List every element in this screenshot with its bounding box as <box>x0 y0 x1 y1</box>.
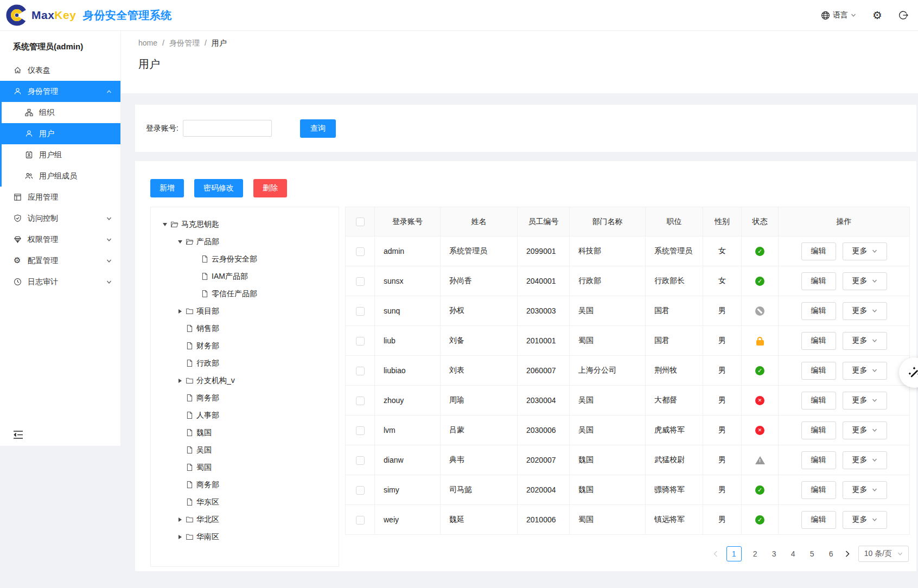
row-checkbox[interactable] <box>356 456 365 465</box>
caret-right-icon[interactable] <box>175 517 186 522</box>
tree-node[interactable]: 人事部 <box>153 407 336 424</box>
row-checkbox[interactable] <box>356 486 365 495</box>
previous-page-icon[interactable] <box>713 551 718 557</box>
sidebar-item-configuration[interactable]: ⚙配置管理 <box>0 250 120 271</box>
edit-button[interactable]: 编辑 <box>801 451 836 469</box>
sidebar-item-identity[interactable]: 身份管理 <box>0 81 120 102</box>
tree-node[interactable]: 吴国 <box>153 442 336 459</box>
add-button[interactable]: 新增 <box>150 179 184 197</box>
tree-node[interactable]: 云身份安全部 <box>153 251 336 268</box>
row-checkbox[interactable] <box>356 247 365 256</box>
edit-button[interactable]: 编辑 <box>801 421 836 439</box>
query-button[interactable]: 查询 <box>300 119 336 138</box>
more-button[interactable]: 更多 <box>843 362 887 380</box>
sidebar-item-permissions[interactable]: 权限管理 <box>0 229 120 250</box>
row-checkbox[interactable] <box>356 337 365 346</box>
caret-right-icon[interactable] <box>175 535 186 539</box>
tree-node[interactable]: 项目部 <box>153 303 336 320</box>
page-number[interactable]: 3 <box>769 549 780 558</box>
more-button[interactable]: 更多 <box>843 332 887 350</box>
caret-down-icon[interactable] <box>175 240 186 244</box>
page-number[interactable]: 1 <box>726 546 742 561</box>
tree-node[interactable]: 财务部 <box>153 337 336 355</box>
row-checkbox[interactable] <box>356 397 365 405</box>
tree-node-label: 行政部 <box>196 359 219 368</box>
more-button[interactable]: 更多 <box>843 242 887 260</box>
logout-icon[interactable] <box>898 10 908 20</box>
tree-node[interactable]: IAM产品部 <box>153 268 336 285</box>
tree-node[interactable]: 华东区 <box>153 494 336 511</box>
sidebar-item-apps[interactable]: 应用管理 <box>0 187 120 208</box>
page-number[interactable]: 2 <box>750 549 761 558</box>
row-checkbox[interactable] <box>356 516 365 525</box>
users-table: 登录账号姓名员工编号部门名称职位性别状态操作 admin系统管理员2099001… <box>345 207 910 535</box>
select-all-checkbox[interactable] <box>356 218 365 226</box>
breadcrumb: home/身份管理/用户 <box>138 39 901 48</box>
tree-node[interactable]: 马克思钥匙 <box>153 216 336 233</box>
sidebar-item-group-members[interactable]: 用户组成员 <box>2 165 120 187</box>
identity-icon <box>14 87 22 95</box>
page-size-select[interactable]: 10 条/页 <box>858 546 909 562</box>
row-checkbox[interactable] <box>356 367 365 375</box>
more-button[interactable]: 更多 <box>843 421 887 439</box>
more-button[interactable]: 更多 <box>843 451 887 469</box>
row-checkbox[interactable] <box>356 277 365 286</box>
more-button[interactable]: 更多 <box>843 481 887 499</box>
edit-button[interactable]: 编辑 <box>801 302 836 320</box>
page-number[interactable]: 4 <box>788 549 799 558</box>
cell-name: 孙权 <box>441 296 518 326</box>
edit-button[interactable]: 编辑 <box>801 242 836 260</box>
edit-button[interactable]: 编辑 <box>801 332 836 350</box>
settings-gear-icon[interactable]: ⚙ <box>872 10 882 21</box>
checkbox-cell <box>346 296 375 326</box>
row-checkbox[interactable] <box>356 426 365 435</box>
more-button[interactable]: 更多 <box>843 392 887 410</box>
caret-right-icon[interactable] <box>175 379 186 383</box>
sidebar-item-organizations[interactable]: 组织 <box>2 102 120 123</box>
tree-node[interactable]: 行政部 <box>153 355 336 372</box>
edit-button[interactable]: 编辑 <box>801 362 836 380</box>
status-active-icon: ✓ <box>755 515 764 525</box>
breadcrumb-item[interactable]: 身份管理 <box>169 39 200 48</box>
more-button[interactable]: 更多 <box>843 511 887 529</box>
more-button[interactable]: 更多 <box>843 272 887 290</box>
edit-button[interactable]: 编辑 <box>801 511 836 529</box>
edit-button[interactable]: 编辑 <box>801 392 836 410</box>
delete-button[interactable]: 删除 <box>253 179 287 197</box>
tree-node[interactable]: 零信任产品部 <box>153 285 336 303</box>
tree-node[interactable]: 华南区 <box>153 528 336 546</box>
cell-employee-id: 2030004 <box>518 386 570 416</box>
column-header: 状态 <box>742 207 779 237</box>
row-checkbox[interactable] <box>356 307 365 316</box>
breadcrumb-item[interactable]: home <box>138 39 157 48</box>
edit-button[interactable]: 编辑 <box>801 481 836 499</box>
login-account-input[interactable] <box>183 120 272 137</box>
caret-right-icon[interactable] <box>175 309 186 314</box>
sidebar-item-audit[interactable]: 日志审计 <box>0 271 120 292</box>
more-button[interactable]: 更多 <box>843 302 887 320</box>
sidebar-item-users[interactable]: 用户 <box>2 123 120 144</box>
caret-down-icon[interactable] <box>160 223 170 226</box>
change-password-button[interactable]: 密码修改 <box>194 179 243 197</box>
row-actions: 编辑更多 <box>779 421 909 439</box>
chevron-down-icon <box>872 278 877 284</box>
page-number[interactable]: 5 <box>807 549 818 558</box>
tree-node[interactable]: 产品部 <box>153 233 336 251</box>
tree-node[interactable]: 华北区 <box>153 511 336 528</box>
sidebar-item-user-groups[interactable]: 用户组 <box>2 144 120 165</box>
tree-node[interactable]: 魏国 <box>153 424 336 442</box>
cell-gender: 女 <box>703 237 742 266</box>
tree-node[interactable]: 商务部 <box>153 389 336 407</box>
language-selector[interactable]: 语言 <box>821 10 856 20</box>
tree-node[interactable]: 蜀国 <box>153 459 336 476</box>
tree-node[interactable]: 销售部 <box>153 320 336 337</box>
tree-node-label: 华北区 <box>196 515 219 525</box>
collapse-sidebar-icon[interactable] <box>13 430 23 439</box>
tree-node[interactable]: 分支机构_v <box>153 372 336 389</box>
next-page-icon[interactable] <box>845 551 850 557</box>
sidebar-item-access-control[interactable]: 访问控制 <box>0 208 120 229</box>
page-number[interactable]: 6 <box>826 549 837 558</box>
edit-button[interactable]: 编辑 <box>801 272 836 290</box>
tree-node[interactable]: 商务部 <box>153 476 336 494</box>
sidebar-item-dashboard[interactable]: 仪表盘 <box>0 60 120 81</box>
